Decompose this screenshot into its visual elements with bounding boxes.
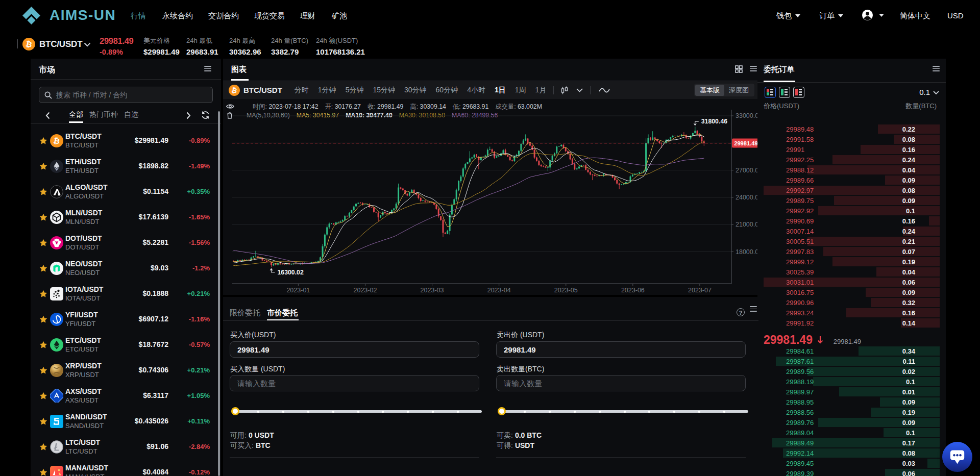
sell-amount-slider[interactable]: [499, 407, 748, 415]
market-row[interactable]: SAND/USDT SAND/USDT $0.435026 +0.11%: [31, 409, 221, 434]
ask-row[interactable]: 29991.58 0.08: [757, 134, 946, 144]
timeframe-分时[interactable]: 分时: [295, 86, 309, 95]
nav-item-3[interactable]: 交割合约: [208, 11, 239, 21]
ask-row[interactable]: 29999.12 0.19: [757, 257, 946, 267]
slider-handle[interactable]: [498, 407, 506, 415]
trade-menu-icon[interactable]: [750, 306, 757, 312]
market-tab-1[interactable]: 全部: [69, 110, 83, 119]
tab-market-order[interactable]: 市价委托: [267, 308, 298, 318]
grid-layout-icon[interactable]: [735, 65, 743, 73]
favorite-star-icon[interactable]: [39, 366, 47, 374]
market-row[interactable]: MANA/USDT MANA/USDT $0.4084 -0.12%: [31, 460, 221, 476]
buy-amount-slider[interactable]: [232, 407, 482, 415]
bid-row[interactable]: 29989.45 0.03: [757, 458, 946, 468]
market-search-input[interactable]: [56, 91, 199, 99]
timeframe-1日[interactable]: 1日: [495, 86, 506, 95]
chart-tab[interactable]: 图表: [231, 65, 247, 74]
book-view-both-icon[interactable]: [765, 87, 776, 98]
bid-row[interactable]: 29988.95 0.09: [757, 397, 946, 407]
ask-row[interactable]: 30007.14 0.24: [757, 226, 946, 236]
ask-row[interactable]: 29992.92 0.1: [757, 206, 946, 216]
market-row[interactable]: YFI/USDT YFI/USDT $6907.12 -1.16%: [31, 307, 221, 332]
bid-row[interactable]: 29992.14 0.08: [757, 448, 946, 458]
timeframe-4小时[interactable]: 4小时: [467, 86, 485, 95]
ask-row[interactable]: 29992.97 0.08: [757, 185, 946, 195]
bid-row[interactable]: 29984.61 0.34: [757, 346, 946, 356]
bid-row[interactable]: 29989.56 0.02: [757, 366, 946, 377]
indicator-icon[interactable]: [599, 87, 610, 93]
language-select[interactable]: 简体中文: [900, 11, 930, 21]
style-chevron-icon[interactable]: [576, 88, 583, 92]
timeframe-1周[interactable]: 1周: [515, 86, 526, 95]
candle-style-icon[interactable]: [561, 86, 568, 94]
favorite-star-icon[interactable]: [39, 213, 47, 221]
ask-row[interactable]: 29991.92 0.14: [757, 318, 946, 328]
ask-row[interactable]: 29989.48 0.22: [757, 124, 946, 134]
market-row[interactable]: IOTA/USDT IOTA/USDT $0.1888 +0.21%: [31, 281, 221, 307]
favorite-star-icon[interactable]: [39, 341, 47, 349]
precision-select[interactable]: 0.1: [919, 88, 930, 96]
sell-amount-input[interactable]: [496, 375, 746, 391]
favorite-star-icon[interactable]: [39, 468, 47, 476]
market-row[interactable]: MLN/USDT MLN/USDT $17.6139 -1.65%: [31, 205, 221, 230]
favorite-star-icon[interactable]: [39, 239, 47, 247]
ask-row[interactable]: 29989.66 0.09: [757, 175, 946, 185]
ask-row[interactable]: 29993.24 0.16: [757, 308, 946, 318]
ask-row[interactable]: 29990.69 0.16: [757, 216, 946, 226]
ask-row[interactable]: 30016.75 0.09: [757, 287, 946, 297]
bid-row[interactable]: 29989.49 0.17: [757, 438, 946, 448]
orderbook-menu-icon[interactable]: [933, 66, 940, 71]
ask-row[interactable]: 29988.12 0.04: [757, 165, 946, 175]
favorite-star-icon[interactable]: [39, 162, 47, 170]
favorite-star-icon[interactable]: [39, 392, 47, 400]
market-tab-3[interactable]: 自选: [124, 110, 138, 119]
refresh-icon[interactable]: [201, 110, 210, 120]
tabs-scroll-left-icon[interactable]: [45, 112, 50, 119]
book-view-bids-icon[interactable]: [779, 87, 790, 98]
market-row[interactable]: LTC/USDT LTC/USDT $91.06 -2.84%: [31, 434, 221, 460]
favorite-star-icon[interactable]: [39, 315, 47, 323]
market-row[interactable]: ETH/USDT ETH/USDT $1898.82 -1.49%: [31, 154, 221, 179]
orders-menu[interactable]: 订单: [819, 11, 843, 21]
bid-row[interactable]: 29989.39 0.06: [757, 468, 946, 476]
slider-handle[interactable]: [231, 407, 239, 415]
ask-row[interactable]: 30031.01 0.06: [757, 277, 946, 287]
candlestick-chart[interactable]: 18000.0021000.0024000.0027000.0030000.00…: [223, 99, 758, 295]
tabs-scroll-right-icon[interactable]: [186, 112, 191, 119]
bid-row[interactable]: 29989.76 0.09: [757, 417, 946, 428]
bid-row[interactable]: 29989.97 0.01: [757, 387, 946, 397]
favorite-star-icon[interactable]: [39, 264, 47, 272]
bid-row[interactable]: 29989.04 0.1: [757, 428, 946, 438]
buy-amount-input[interactable]: [230, 375, 479, 391]
chart-menu-icon[interactable]: [750, 66, 757, 71]
precision-chevron-icon[interactable]: [933, 91, 939, 95]
nav-item-2[interactable]: 永续合约: [162, 11, 193, 21]
favorite-star-icon[interactable]: [39, 290, 47, 298]
market-tab-2[interactable]: 热门币种: [89, 110, 118, 119]
favorite-star-icon[interactable]: [39, 443, 47, 451]
currency-select[interactable]: USD: [947, 11, 964, 20]
bid-row[interactable]: 29988.56 0.19: [757, 407, 946, 417]
chat-widget-button[interactable]: [942, 442, 972, 472]
nav-item-5[interactable]: 理财: [300, 11, 315, 21]
mode-basic[interactable]: 基本版: [695, 85, 724, 96]
help-icon[interactable]: ?: [737, 308, 745, 316]
favorite-star-icon[interactable]: [39, 417, 47, 425]
bid-row[interactable]: 29987.61 0.11: [757, 356, 946, 366]
account-menu[interactable]: [862, 9, 884, 23]
favorite-star-icon[interactable]: [39, 137, 47, 145]
buy-price-input[interactable]: [230, 341, 479, 358]
ask-row[interactable]: 29990.96 0.32: [757, 297, 946, 308]
market-scrollbar[interactable]: [218, 111, 220, 476]
market-row[interactable]: NEO/USDT NEO/USDT $9.03 -1.2%: [31, 256, 221, 281]
ask-row[interactable]: 29992.25 0.24: [757, 155, 946, 165]
ticker-pair[interactable]: BTC/USDT: [39, 39, 82, 49]
timeframe-1月[interactable]: 1月: [535, 86, 547, 95]
pair-chevron-icon[interactable]: [84, 42, 91, 47]
sell-price-input[interactable]: [496, 341, 746, 358]
book-view-asks-icon[interactable]: [793, 87, 804, 98]
nav-item-4[interactable]: 现货交易: [254, 11, 285, 21]
wallet-menu[interactable]: 钱包: [776, 11, 800, 21]
market-row[interactable]: XRP/USDT XRP/USDT $0.74306 +0.21%: [31, 358, 221, 383]
nav-item-6[interactable]: 矿池: [332, 11, 347, 21]
